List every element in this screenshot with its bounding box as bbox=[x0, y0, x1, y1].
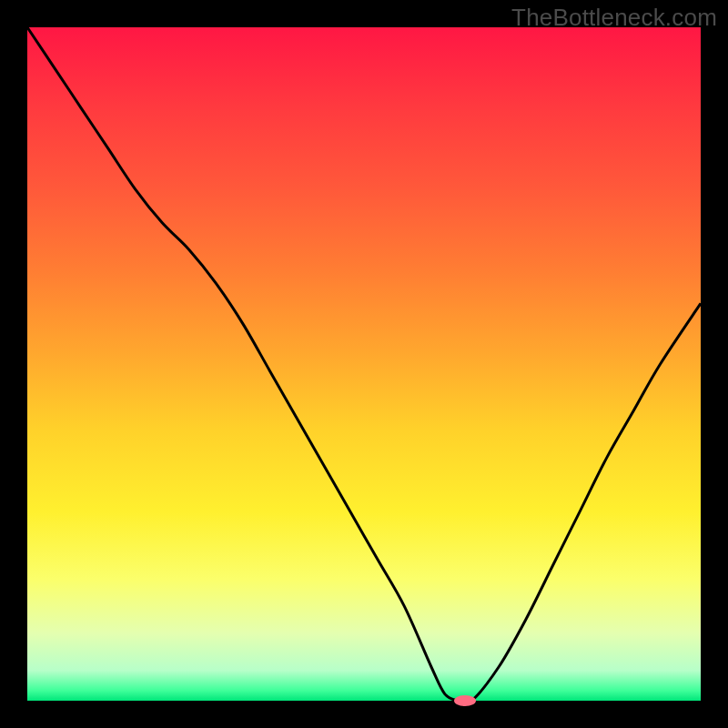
optimum-marker bbox=[454, 695, 476, 706]
plot-background bbox=[27, 27, 701, 701]
chart-frame: { "watermark": "TheBottleneck.com", "cha… bbox=[0, 0, 728, 728]
bottleneck-chart bbox=[0, 0, 728, 728]
